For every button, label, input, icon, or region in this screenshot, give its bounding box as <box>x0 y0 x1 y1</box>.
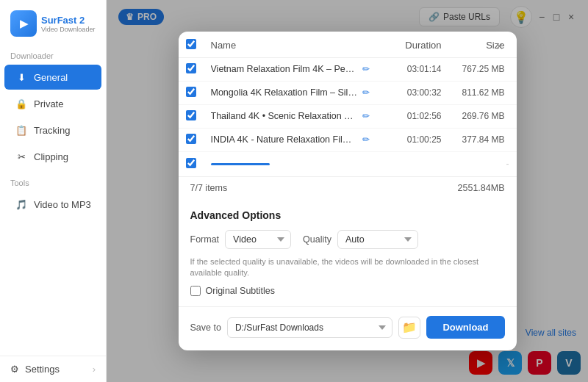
subtitle-label: Original Subtitles <box>206 286 276 296</box>
file-name-0: Vietnam Relaxation Film 4K – Peaceful Re… <box>211 64 358 74</box>
size-1: 811.62 MB <box>448 81 516 104</box>
duration-2: 01:02:56 <box>393 104 449 128</box>
video-to-mp3-label: Video to MP3 <box>34 199 91 210</box>
duration-3: 01:00:25 <box>393 128 449 151</box>
download-button[interactable]: Download <box>426 316 504 339</box>
app-logo: ▶ SurFast 2 Video Downloader <box>0 0 106 44</box>
size-0: 767.25 MB <box>448 57 516 81</box>
edit-icon-3[interactable]: ✏ <box>362 134 370 145</box>
tools-section-label: Tools <box>0 170 106 191</box>
general-label: General <box>34 72 68 83</box>
tracking-icon: 📋 <box>15 123 28 137</box>
save-to-label: Save to <box>190 322 221 333</box>
sidebar-item-tracking[interactable]: 📋 Tracking <box>4 118 101 143</box>
clipping-icon: ✂ <box>15 150 28 163</box>
name-header: Name <box>204 32 393 58</box>
file-name-3: INDIA 4K - Nature Relaxation Film – Peac… <box>211 134 358 145</box>
clipping-label: Clipping <box>34 151 68 162</box>
download-modal: × Name Duration Size <box>179 32 517 351</box>
format-label: Format <box>190 234 220 245</box>
table-row: Mongolia 4K Relaxation Film – Silk Road … <box>179 81 517 104</box>
duration-header: Duration <box>393 32 449 58</box>
logo-icon: ▶ <box>10 10 37 37</box>
row-checkbox-1[interactable] <box>186 87 196 97</box>
subtitle-row: Original Subtitles <box>190 286 505 296</box>
edit-icon-0[interactable]: ✏ <box>362 64 370 74</box>
app-title: SurFast 2 <box>41 15 95 26</box>
row-checkbox-loading[interactable] <box>186 158 196 168</box>
quality-note: If the selected quality is unavailable, … <box>190 256 505 279</box>
modal-close-button[interactable]: × <box>492 39 508 55</box>
select-all-header <box>179 32 204 58</box>
sidebar-item-clipping[interactable]: ✂ Clipping <box>4 144 101 169</box>
table-row: INDIA 4K - Nature Relaxation Film – Peac… <box>179 128 517 151</box>
general-icon: ⬇ <box>15 71 28 84</box>
summary-size: 2551.84MB <box>458 183 505 193</box>
duration-0: 03:01:14 <box>393 57 449 81</box>
private-icon: 🔒 <box>15 97 28 110</box>
save-row: Save to D:/SurFast Downloads 📁 Download <box>179 306 517 350</box>
table-row: Vietnam Relaxation Film 4K – Peaceful Re… <box>179 57 517 81</box>
advanced-options-section: Advanced Options Format Video Quality Au… <box>179 199 517 297</box>
settings-label: Settings <box>25 364 60 375</box>
file-name-2: Thailand 4K • Scenic Relaxation Film wit… <box>211 111 358 121</box>
format-select[interactable]: Video <box>225 230 291 249</box>
row-checkbox-0[interactable] <box>186 63 196 73</box>
advanced-title: Advanced Options <box>190 209 505 221</box>
sidebar-bottom: ⚙ Settings › <box>0 356 106 382</box>
duration-1: 03:00:32 <box>393 81 449 104</box>
sidebar-item-video-to-mp3[interactable]: 🎵 Video to MP3 <box>4 192 101 217</box>
size-3: 377.84 MB <box>448 128 516 151</box>
file-table: Name Duration Size Vietnam Relaxation Fi… <box>179 32 517 176</box>
format-group: Format Video <box>190 230 292 249</box>
file-name-1: Mongolia 4K Relaxation Film – Silk Road … <box>211 87 358 98</box>
sidebar-item-general[interactable]: ⬇ General <box>4 65 101 90</box>
sidebar: ▶ SurFast 2 Video Downloader Downloader … <box>0 0 107 382</box>
settings-item[interactable]: ⚙ Settings › <box>0 356 106 382</box>
quality-group: Quality Auto <box>303 230 418 249</box>
main-content: ♛ PRO 🔗 Paste URLs 💡 − □ × × <box>107 0 588 382</box>
quality-label: Quality <box>303 234 331 245</box>
music-icon: 🎵 <box>15 198 28 211</box>
edit-icon-2[interactable]: ✏ <box>362 111 370 121</box>
app-subtitle: Video Downloader <box>41 26 95 33</box>
summary-row: 7/7 items 2551.84MB <box>179 176 517 199</box>
loading-bar <box>211 163 270 165</box>
quality-select[interactable]: Auto <box>337 230 418 249</box>
summary-items: 7/7 items <box>190 183 228 193</box>
subtitle-checkbox[interactable] <box>190 286 201 296</box>
gear-icon: ⚙ <box>10 364 19 375</box>
table-row: Thailand 4K • Scenic Relaxation Film wit… <box>179 104 517 128</box>
folder-icon: 📁 <box>402 320 417 334</box>
row-checkbox-3[interactable] <box>186 134 196 144</box>
sidebar-item-private[interactable]: 🔒 Private <box>4 91 101 116</box>
private-label: Private <box>34 98 63 109</box>
row-checkbox-2[interactable] <box>186 110 196 120</box>
edit-icon-1[interactable]: ✏ <box>362 87 370 98</box>
loading-row: - <box>179 151 517 176</box>
size-2: 269.76 MB <box>448 104 516 128</box>
chevron-right-icon: › <box>93 364 96 375</box>
modal-overlay: × Name Duration Size <box>107 0 588 382</box>
loading-size: - <box>506 159 509 169</box>
downloader-section-label: Downloader <box>0 44 106 64</box>
tracking-label: Tracking <box>34 125 70 136</box>
browse-folder-button[interactable]: 📁 <box>398 317 420 339</box>
save-path-select[interactable]: D:/SurFast Downloads <box>227 317 393 338</box>
select-all-checkbox[interactable] <box>186 39 196 49</box>
